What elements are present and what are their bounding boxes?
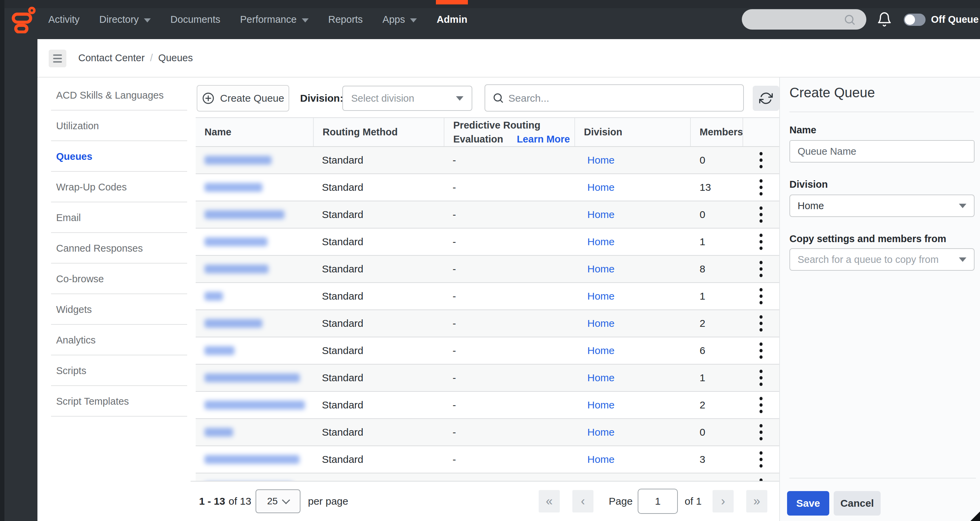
kebab-menu-icon[interactable] [757,259,765,279]
column-header-name[interactable]: Name [196,118,313,146]
queue-search-input[interactable] [508,85,740,111]
queue-name-link-redacted[interactable] [205,237,267,246]
sidebar-item-widgets[interactable]: Widgets [37,294,191,325]
division-label: Division [789,179,828,190]
sidebar-item-wrap-up-codes[interactable]: Wrap-Up Codes [37,172,191,202]
sidebar-item-email[interactable]: Email [37,202,191,233]
save-button[interactable]: Save [787,491,829,516]
kebab-menu-icon[interactable] [757,313,765,334]
queue-name-link-redacted[interactable] [205,346,234,355]
kebab-menu-icon[interactable] [757,286,765,307]
division-link[interactable]: Home [587,426,614,438]
refresh-button[interactable] [753,86,779,111]
learn-more-link[interactable]: Learn More [517,133,570,145]
sidebar-item-analytics[interactable]: Analytics [37,325,191,355]
queue-name-link-redacted[interactable] [205,400,305,410]
nav-item-reports[interactable]: Reports [328,0,363,39]
nav-item-admin[interactable]: Admin [437,0,467,39]
queue-name-link-redacted[interactable] [205,156,272,165]
predictive-routing-cell: - [444,147,574,173]
queue-name-link-redacted[interactable] [205,319,262,328]
nav-item-apps[interactable]: Apps [382,0,417,39]
members-cell: 0 [690,147,743,173]
sidebar-item-co-browse[interactable]: Co-browse [37,264,191,294]
queue-name-field[interactable] [789,140,975,162]
first-page-button[interactable]: « [539,490,560,513]
create-queue-button[interactable]: Create Queue [197,85,289,111]
kebab-menu-icon[interactable] [757,340,765,361]
caret-down-icon [302,18,309,22]
panel-division-select[interactable]: Home [789,195,975,217]
cancel-button[interactable]: Cancel [834,491,881,516]
caret-down-icon [410,18,417,22]
division-link[interactable]: Home [587,263,614,275]
queue-name-link-redacted[interactable] [205,428,233,437]
kebab-menu-icon[interactable] [757,368,765,388]
column-header-division[interactable]: Division [574,118,690,146]
nav-item-documents[interactable]: Documents [170,0,221,39]
sidebar-item-queues[interactable]: Queues [37,141,191,172]
nav-item-performance[interactable]: Performance [240,0,309,39]
nav-item-activity[interactable]: Activity [48,0,80,39]
breadcrumb-section[interactable]: Contact Center [78,52,145,64]
last-page-button[interactable]: » [746,490,767,513]
kebab-menu-icon[interactable] [757,232,765,252]
pagination-bar: 1 - 13 of 13 25 per page « ‹ Page of 1 ›… [191,481,779,521]
division-link[interactable]: Home [587,236,614,248]
sidebar-item-utilization[interactable]: Utilization [37,111,191,141]
column-header-routing-method[interactable]: Routing Method [313,118,444,146]
table-row: Standard - Home 8 [196,256,779,283]
next-page-button[interactable]: › [713,490,733,513]
column-header-members[interactable]: Members [690,118,743,146]
routing-method-cell: Standard [313,419,444,445]
off-queue-toggle[interactable] [904,14,926,26]
kebab-menu-icon[interactable] [757,449,765,470]
prev-page-button[interactable]: ‹ [572,490,593,513]
panel-divider [789,111,974,112]
queue-name-link-redacted[interactable] [205,183,262,192]
queue-name-link-redacted[interactable] [205,265,269,273]
table-row: Standard - Home 13 [196,174,779,201]
division-link[interactable]: Home [587,399,614,411]
division-link[interactable]: Home [587,209,614,220]
routing-method-cell: Standard [313,446,444,473]
members-cell: 2 [690,310,743,337]
queue-name-link-redacted[interactable] [205,292,223,301]
page-size-select[interactable]: 25 [256,489,301,513]
kebab-menu-icon[interactable] [757,422,765,442]
division-link[interactable]: Home [587,454,614,465]
queue-name-link-redacted[interactable] [205,373,300,382]
actions-cell [743,310,779,337]
genesys-logo-icon[interactable] [11,6,37,33]
actions-cell [743,256,779,282]
division-link[interactable]: Home [587,345,614,356]
kebab-menu-icon[interactable] [757,477,765,481]
kebab-menu-icon[interactable] [757,395,765,415]
division-link[interactable]: Home [587,154,614,166]
sidebar-item-script-templates[interactable]: Script Templates [37,386,191,416]
kebab-menu-icon[interactable] [757,204,765,225]
sidebar-item-scripts[interactable]: Scripts [37,355,191,386]
division-link[interactable]: Home [587,318,614,329]
menu-hamburger-button[interactable] [49,50,66,67]
sidebar-item-acd-skills-languages[interactable]: ACD Skills & Languages [37,80,191,111]
division-filter-select[interactable]: Select division [342,86,472,111]
result-range: 1 - 13 [199,496,225,507]
queue-name-link-redacted[interactable] [205,210,285,219]
nav-item-directory[interactable]: Directory [99,0,151,39]
kebab-menu-icon[interactable] [757,150,765,170]
members-cell: 1 [690,229,743,255]
division-link[interactable]: Home [587,182,614,193]
notifications-bell-icon[interactable] [877,11,892,27]
queue-name-link-redacted[interactable] [205,455,299,464]
division-link[interactable]: Home [587,291,614,302]
division-cell: Home [574,147,690,173]
division-link[interactable]: Home [587,372,614,384]
kebab-menu-icon[interactable] [757,177,765,198]
left-rail [0,39,37,521]
column-header-actions [743,118,779,146]
copy-queue-select[interactable]: Search for a queue to copy from [789,248,975,271]
search-icon [843,13,856,26]
sidebar-item-canned-responses[interactable]: Canned Responses [37,233,191,264]
page-number-input[interactable] [638,489,678,514]
